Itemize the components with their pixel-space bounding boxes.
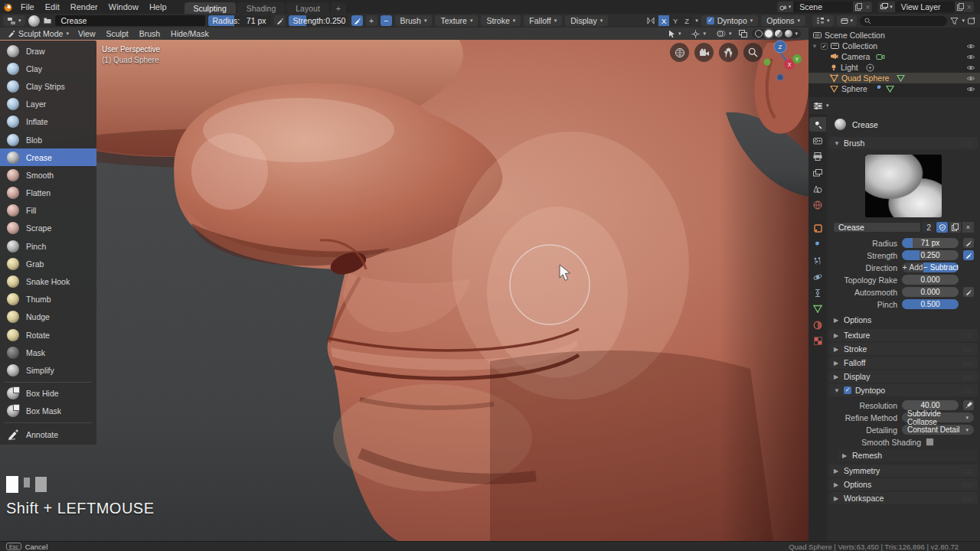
stroke-dropdown[interactable]: Stroke▾ (481, 15, 521, 26)
mirror-z-toggle[interactable]: Z (681, 15, 692, 26)
outliner-filter-collection-dropdown[interactable]: ▾ (837, 15, 858, 26)
duplicate-brush-button[interactable] (949, 222, 961, 233)
unlink-brush-button[interactable]: × (962, 222, 974, 233)
tab-constraints[interactable] (809, 285, 826, 300)
tool-pinch[interactable]: Pinch (0, 237, 96, 255)
brush-panel-header[interactable]: ▼Brush:::: (829, 137, 978, 149)
tool-grab[interactable]: Grab (0, 255, 96, 272)
strength-field[interactable]: 0.250 (902, 250, 959, 260)
tool-scrape[interactable]: Scrape (0, 220, 96, 237)
pan-view-button[interactable] (719, 43, 738, 62)
texture-panel-header[interactable]: ▶Texture:::: (829, 329, 978, 341)
visibility-eye-icon[interactable] (966, 86, 975, 93)
editor-type-carat[interactable]: ▾ (826, 103, 829, 109)
tool-clay-strips[interactable]: Clay Strips (0, 77, 96, 95)
visibility-eye-icon[interactable] (966, 54, 975, 60)
tab-modifiers[interactable] (809, 237, 826, 252)
strength-pressure-button[interactable] (351, 15, 363, 26)
remesh-subpanel-header[interactable]: ▶Remesh (838, 449, 978, 461)
menu-help[interactable]: Help (144, 0, 172, 14)
dyntopo-panel-header[interactable]: ▼ ✓ Dyntopo:::: (829, 384, 978, 396)
xray-toggle-icon[interactable] (739, 30, 747, 37)
toggle-perspective-button[interactable] (670, 43, 689, 62)
outliner-row-sphere[interactable]: Sphere (808, 83, 980, 94)
tab-particles[interactable] (809, 253, 826, 268)
axis-z-neg-handle[interactable] (777, 74, 783, 80)
select-tool-dropdown[interactable]: ▾ (665, 30, 684, 38)
collection-checkbox[interactable]: ✓ (821, 43, 828, 50)
workspace-panel-header[interactable]: ▶Workspace:::: (829, 492, 978, 504)
menu-render[interactable]: Render (65, 0, 103, 14)
strength-slider[interactable]: Strength:0.250 (289, 15, 348, 26)
tool-draw[interactable]: Draw (0, 42, 96, 60)
brush-dropdown[interactable]: Brush▾ (395, 15, 433, 26)
tab-object[interactable] (809, 221, 826, 236)
menu-file[interactable]: File (15, 0, 40, 14)
browse-brush-icon[interactable] (43, 16, 52, 25)
filter-funnel-icon[interactable] (950, 17, 959, 25)
tab-render[interactable] (809, 133, 826, 148)
tool-clay[interactable]: Clay (0, 60, 96, 77)
outliner-row-quad-sphere[interactable]: Quad Sphere (808, 73, 980, 83)
scene-browse-button[interactable]: ▾ (777, 2, 794, 12)
viewport-menu-brush[interactable]: Brush (135, 29, 165, 38)
brush-name-field[interactable]: Crease (55, 15, 205, 26)
view-layer-name-field[interactable]: View Layer (895, 2, 955, 12)
visibility-eye-icon[interactable] (966, 75, 975, 82)
users-count-badge[interactable]: 2 (923, 222, 935, 233)
viewport-menu-sculpt[interactable]: Sculpt (101, 29, 132, 38)
autosmooth-pressure-button[interactable] (963, 287, 974, 297)
tool-thumb[interactable]: Thumb (0, 291, 96, 308)
tool-mask[interactable]: Mask (0, 344, 96, 361)
tab-physics[interactable] (809, 269, 826, 284)
display-panel-header[interactable]: ▶Display:::: (829, 370, 978, 383)
tab-texture[interactable] (809, 334, 826, 348)
tab-scene[interactable] (809, 181, 826, 196)
menu-edit[interactable]: Edit (40, 0, 65, 14)
dyntopo-checkbox[interactable]: ✓ (844, 386, 851, 394)
brush-name-input[interactable]: Crease (833, 222, 921, 233)
unlink-scene-icon[interactable]: × (865, 2, 870, 11)
refine-method-select[interactable]: Subdivide Collapse▾ (902, 412, 974, 422)
dyntopo-checkbox[interactable]: ✓ (707, 17, 714, 24)
falloff-panel-header[interactable]: ▶Falloff:::: (829, 357, 978, 369)
camera-view-button[interactable] (694, 43, 714, 62)
dyntopo-toggle-dropdown[interactable]: ✓ Dyntopo▾ (701, 15, 759, 26)
tool-crease[interactable]: Crease (0, 148, 96, 166)
tab-material[interactable] (809, 318, 826, 332)
radius-pressure-button[interactable] (274, 15, 286, 26)
outliner-search-input[interactable] (860, 16, 947, 26)
tab-object-data[interactable] (809, 302, 826, 316)
viewport-canvas[interactable] (0, 40, 808, 541)
tool-smooth[interactable]: Smooth (0, 166, 96, 184)
tool-simplify[interactable]: Simplify (0, 361, 96, 379)
outliner-display-mode-dropdown[interactable]: ▾ (812, 15, 834, 26)
smooth-shading-checkbox[interactable] (926, 438, 934, 446)
new-collection-icon[interactable] (968, 17, 976, 25)
gizmos-dropdown[interactable]: ▾ (688, 30, 709, 38)
options-subpanel-header[interactable]: ▶Options (829, 314, 978, 326)
properties-editor-icon[interactable] (813, 102, 823, 110)
direction-add-button[interactable]: +Add (902, 262, 923, 272)
viewport-3d[interactable]: Sculpt Mode▾ View Sculpt Brush Hide/Mask… (0, 28, 808, 541)
shading-material-button[interactable] (775, 30, 782, 37)
tool-inflate[interactable]: Inflate (0, 113, 96, 131)
add-workspace-button[interactable]: + (331, 2, 346, 14)
tab-view-layer[interactable] (809, 165, 826, 180)
tool-snake-hook[interactable]: Snake Hook (0, 272, 96, 290)
view-layer-browse-button[interactable]: ▾ (878, 2, 895, 12)
tool-box-mask[interactable]: Box Mask (0, 403, 96, 420)
tool-annotate[interactable]: Annotate (0, 425, 96, 443)
visibility-eye-icon[interactable] (966, 64, 975, 71)
shading-rendered-button[interactable] (785, 30, 792, 37)
options-panel-header[interactable]: ▶Options:::: (829, 478, 978, 491)
brush-preview-image[interactable] (865, 155, 942, 217)
tab-shading[interactable]: Shading (237, 2, 286, 14)
radius-pressure-button[interactable] (963, 238, 974, 248)
viewport-menu-view[interactable]: View (74, 29, 100, 38)
pinch-field[interactable]: 0.500 (902, 299, 959, 309)
tab-world[interactable] (809, 197, 826, 212)
new-view-layer-icon[interactable] (957, 3, 964, 11)
display-dropdown[interactable]: Display▾ (565, 15, 608, 26)
active-tool-dropdown[interactable]: ▾ (3, 15, 25, 26)
